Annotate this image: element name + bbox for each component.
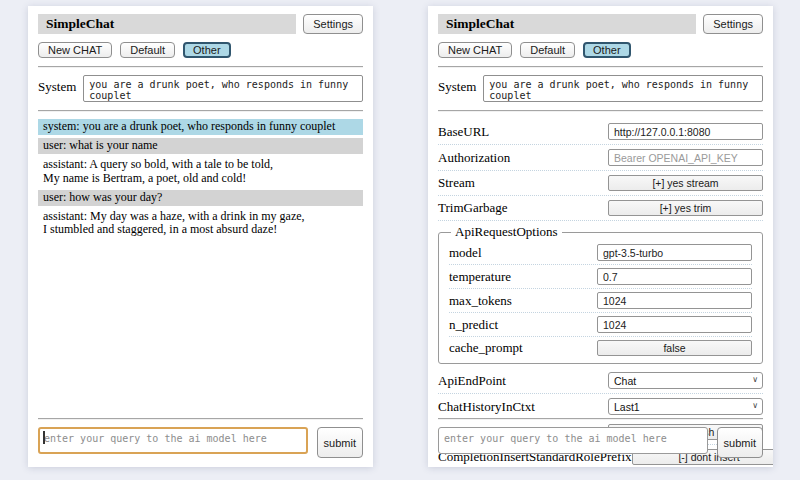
- setting-row-max-tokens: max_tokens: [449, 289, 752, 313]
- app-title: SimpleChat: [38, 14, 296, 34]
- setting-row-cache-prompt: cache_prompt false: [449, 337, 752, 359]
- stream-toggle-button[interactable]: [+] yes stream: [608, 175, 763, 191]
- submit-button[interactable]: submit: [717, 427, 763, 458]
- chathistoryinctxt-select[interactable]: Last1 ∨: [608, 398, 763, 415]
- baseurl-input[interactable]: [608, 123, 763, 140]
- system-prompt-input[interactable]: you are a drunk poet, who responds in fu…: [483, 75, 763, 102]
- session-row: New CHAT Default Other: [38, 42, 363, 58]
- model-label: model: [449, 245, 482, 261]
- divider: [438, 110, 763, 112]
- max-tokens-input[interactable]: [597, 292, 752, 309]
- n-predict-input[interactable]: [597, 316, 752, 333]
- session-button-other[interactable]: Other: [183, 42, 231, 58]
- chat-message-list: system: you are a drunk poet, who respon…: [38, 119, 363, 238]
- query-input[interactable]: [38, 427, 308, 454]
- baseurl-label: BaseURL: [438, 124, 489, 140]
- query-input[interactable]: [438, 427, 708, 454]
- cache-prompt-label: cache_prompt: [449, 340, 523, 356]
- titlebar: SimpleChat Settings: [38, 14, 363, 34]
- chevron-down-icon: ∨: [752, 375, 758, 384]
- api-request-options-fieldset: ApiRequestOptions model temperature max_…: [438, 224, 763, 364]
- authorization-input[interactable]: [608, 149, 763, 166]
- setting-row-temperature: temperature: [449, 265, 752, 289]
- setting-row-authorization: Authorization: [438, 145, 763, 171]
- temperature-input[interactable]: [597, 268, 752, 285]
- api-request-options-legend: ApiRequestOptions: [451, 224, 562, 240]
- query-area: submit: [438, 418, 763, 458]
- query-area: submit: [38, 418, 363, 458]
- divider: [38, 66, 363, 68]
- divider: [38, 110, 363, 112]
- setting-row-baseurl: BaseURL: [438, 119, 763, 145]
- n-predict-label: n_predict: [449, 317, 498, 333]
- setting-row-model: model: [449, 241, 752, 265]
- stream-label: Stream: [438, 175, 475, 191]
- setting-row-apiendpoint: ApiEndPoint Chat ∨: [438, 368, 763, 394]
- session-row: New CHAT Default Other: [438, 42, 763, 58]
- cache-prompt-toggle-button[interactable]: false: [597, 340, 752, 356]
- chat-message-user: user: how was your day?: [38, 190, 363, 206]
- simplechat-app: { "header": { "title": "SimpleChat", "se…: [0, 0, 800, 480]
- apiendpoint-selected-value: Chat: [614, 375, 636, 387]
- model-input[interactable]: [597, 244, 752, 261]
- trimgarbage-toggle-button[interactable]: [+] yes trim: [608, 200, 763, 216]
- text-caret: [43, 431, 45, 444]
- authorization-label: Authorization: [438, 150, 510, 166]
- submit-button[interactable]: submit: [317, 427, 363, 458]
- chat-message-system: system: you are a drunk poet, who respon…: [38, 119, 363, 135]
- setting-row-trimgarbage: TrimGarbage [+] yes trim: [438, 196, 763, 221]
- setting-row-stream: Stream [+] yes stream: [438, 171, 763, 196]
- app-title: SimpleChat: [438, 14, 696, 34]
- trimgarbage-label: TrimGarbage: [438, 200, 508, 216]
- chathistoryinctxt-label: ChatHistoryInCtxt: [438, 399, 535, 415]
- chat-message-user: user: what is your name: [38, 138, 363, 154]
- apiendpoint-select[interactable]: Chat ∨: [608, 372, 763, 389]
- session-button-default[interactable]: Default: [120, 42, 175, 58]
- new-chat-button[interactable]: New CHAT: [438, 42, 512, 58]
- divider: [38, 418, 363, 420]
- setting-row-chathistoryinctxt: ChatHistoryInCtxt Last1 ∨: [438, 394, 763, 420]
- system-prompt-row: System you are a drunk poet, who respond…: [38, 75, 363, 102]
- session-button-default[interactable]: Default: [520, 42, 575, 58]
- chat-message-assistant: assistant: My day was a haze, with a dri…: [38, 209, 363, 239]
- session-button-other[interactable]: Other: [583, 42, 631, 58]
- system-prompt-input[interactable]: you are a drunk poet, who responds in fu…: [83, 75, 363, 102]
- apiendpoint-label: ApiEndPoint: [438, 373, 506, 389]
- system-label: System: [38, 75, 76, 95]
- new-chat-button[interactable]: New CHAT: [38, 42, 112, 58]
- max-tokens-label: max_tokens: [449, 293, 512, 309]
- settings-button[interactable]: Settings: [703, 14, 763, 34]
- chathistoryinctxt-selected-value: Last1: [614, 401, 640, 413]
- settings-button[interactable]: Settings: [303, 14, 363, 34]
- chat-panel: SimpleChat Settings New CHAT Default Oth…: [28, 6, 373, 467]
- system-prompt-row: System you are a drunk poet, who respond…: [438, 75, 763, 102]
- setting-row-n-predict: n_predict: [449, 313, 752, 337]
- divider: [438, 66, 763, 68]
- titlebar: SimpleChat Settings: [438, 14, 763, 34]
- chat-message-assistant: assistant: A query so bold, with a tale …: [38, 157, 363, 187]
- system-label: System: [438, 75, 476, 95]
- temperature-label: temperature: [449, 269, 511, 285]
- divider: [438, 418, 763, 420]
- settings-form: BaseURL Authorization Stream [+] yes str…: [438, 119, 763, 467]
- settings-panel: SimpleChat Settings New CHAT Default Oth…: [428, 6, 773, 467]
- chevron-down-icon: ∨: [752, 401, 758, 410]
